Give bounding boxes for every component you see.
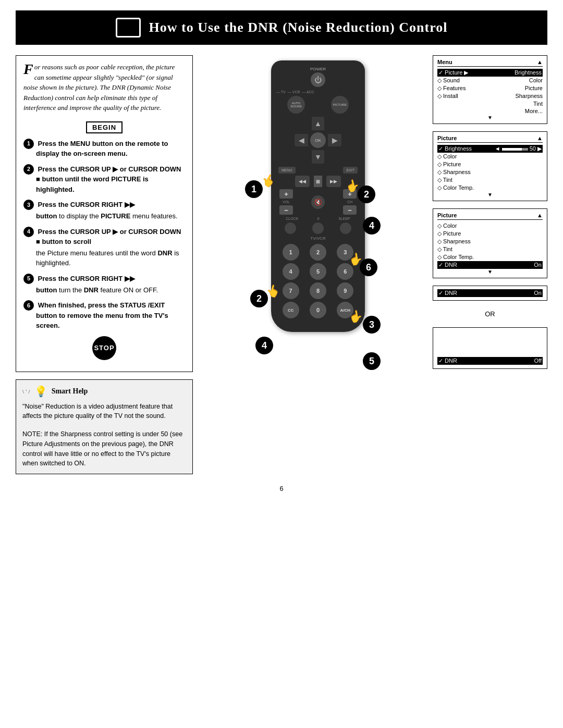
menu-screen-1: Menu▲ ✓ Picture ▶Brightness ◇ SoundColor…: [433, 55, 547, 124]
step-1-header: 1 Press the MENU button on the remote to…: [23, 139, 185, 159]
begin-badge: BEGIN: [86, 121, 123, 133]
timer-btn-row: [276, 223, 360, 234]
dpad-area: OK ▲ ▼ ◀ ▶: [295, 117, 341, 164]
drop-cap: F: [23, 62, 33, 77]
menu-item-features: ◇ FeaturesPicture: [437, 84, 543, 92]
step-4-text: Press the CURSOR UP ▶ or CURSOR DOWN ■ b…: [36, 227, 185, 247]
ch-down-button[interactable]: −: [343, 205, 357, 215]
step-5-body: button turn the DNR feature ON or OFF.: [36, 285, 185, 295]
focus-button[interactable]: OK: [310, 132, 326, 148]
menu-item-dnr-on: ✓ DNROn: [437, 261, 543, 269]
step-4-number: 4: [23, 227, 34, 237]
btn-4[interactable]: 4: [283, 263, 299, 280]
remote-body: POWER ⏻ — TV — VCR — ACC AUTOSOUND: [271, 60, 365, 332]
exit-button[interactable]: EXIT: [343, 167, 358, 174]
step-2-header: 2 Press the CURSOR UP ▶ or CURSOR DOWN ■…: [23, 164, 185, 195]
auto-sound-button[interactable]: AUTOSOUND: [287, 96, 305, 114]
center-panel: 1 2 4 2 4 6 3 5 👆 👆 👆 👆 👆 POWER ⏻: [203, 55, 422, 474]
timer-button[interactable]: [312, 223, 324, 234]
intro-box: For reasons such as poor cable reception…: [16, 55, 193, 372]
badge-2-top-right: 2: [358, 186, 375, 203]
menu-item-sharpness: ◇ Sharpness: [437, 168, 543, 176]
timer-label: II: [317, 217, 320, 220]
dnr-on-item: ✓ DNR On: [437, 289, 543, 297]
volume-control: + VOL −: [279, 189, 293, 215]
sleep-button[interactable]: [340, 223, 351, 234]
step-1-text: Press the MENU button on the remote to d…: [36, 139, 185, 159]
menu-item-brightness-selected: ✓ Brightness ◄ 50 ▶: [437, 145, 543, 153]
vol-ch-area: + VOL − 🔇 + CH −: [279, 189, 357, 215]
scroll-indicator-3: ▼: [437, 269, 543, 275]
badge-6: 6: [360, 258, 377, 276]
intro-text: For reasons such as poor cable reception…: [23, 62, 185, 113]
vol-down-button[interactable]: −: [279, 205, 293, 215]
btn-9[interactable]: 9: [337, 282, 353, 299]
tv-label: — TV: [276, 90, 286, 94]
badge-5: 5: [363, 352, 381, 370]
btn-1[interactable]: 1: [283, 244, 299, 261]
step-1: 1 Press the MENU button on the remote to…: [23, 139, 185, 159]
menu-item-colortemp2: ◇ Color Temp.: [437, 253, 543, 261]
step-2-text: Press the CURSOR UP ▶ or CURSOR DOWN ■ b…: [36, 164, 185, 195]
step-2: 2 Press the CURSOR UP ▶ or CURSOR DOWN ■…: [23, 164, 185, 195]
sleep-label: SLEEP: [338, 217, 350, 220]
step-5-text: Press the CURSOR RIGHT ▶▶: [36, 274, 135, 284]
menu-item-tint: Tint: [437, 100, 543, 107]
menu-item-tint3: ◇ Tint: [437, 245, 543, 253]
btn-7[interactable]: 7: [283, 282, 299, 299]
clock-button[interactable]: [285, 223, 296, 234]
menu-screen-3: Picture▲ ◇ Color ◇ Picture ◇ Sharpness ◇…: [433, 208, 547, 278]
step-3-text: Press the CURSOR RIGHT ▶▶: [36, 200, 135, 210]
bulb-icon: 💡: [34, 385, 47, 398]
badge-3-right: 3: [363, 316, 381, 334]
mute-button[interactable]: 🔇: [311, 195, 325, 209]
dnr-off-mini: ✓ DNR Off: [433, 327, 547, 369]
scroll-indicator-1: ▼: [437, 115, 543, 120]
step-6-number: 6: [23, 300, 34, 311]
cursor-up-button[interactable]: ▲: [312, 117, 324, 130]
smart-help-text-2: NOTE: If the Sharpness control setting i…: [22, 429, 186, 468]
top-func-row: AUTOSOUND PICTURE: [276, 96, 360, 114]
remote-control: POWER ⏻ — TV — VCR — ACC AUTOSOUND: [271, 60, 354, 332]
stop-badge-area: STOP: [23, 336, 185, 360]
btn-5[interactable]: 5: [310, 263, 326, 280]
right-panel: Menu▲ ✓ Picture ▶Brightness ◇ SoundColor…: [433, 55, 547, 474]
badge-4-bottom: 4: [255, 337, 273, 354]
vcr-label: — VCR: [288, 90, 300, 94]
btn-2[interactable]: 2: [310, 244, 326, 261]
menu-screen-3-title: Picture▲: [437, 212, 543, 220]
dnr-on-mini: ✓ DNR On: [433, 286, 547, 301]
power-button[interactable]: ⏻: [311, 72, 325, 87]
menu-item-more: More...: [437, 107, 543, 115]
menu-item-color: ◇ Color: [437, 153, 543, 161]
smart-help-title: \ ' / 💡 Smart Help: [22, 385, 186, 398]
rewind-button[interactable]: ◀◀: [295, 176, 310, 187]
menu-exit-row: MENU EXIT: [278, 167, 358, 174]
cursor-right-button[interactable]: ▶: [328, 134, 341, 146]
picture-button[interactable]: PICTURE: [331, 96, 349, 114]
badge-1-left: 1: [245, 180, 263, 198]
acc-label: — ACC: [302, 90, 314, 94]
menu-item-install: ◇ InstallSharpness: [437, 92, 543, 100]
stop-button[interactable]: ■: [314, 176, 322, 187]
step-6-text: When finished, press the STATUS /EXIT bu…: [36, 300, 185, 331]
step-2-number: 2: [23, 164, 34, 175]
btn-8[interactable]: 8: [310, 282, 326, 299]
step-5-header: 5 Press the CURSOR RIGHT ▶▶: [23, 274, 185, 284]
or-label: OR: [433, 310, 547, 318]
ff-button[interactable]: ▶▶: [326, 176, 341, 187]
menu-screen-2-title: Picture▲: [437, 135, 543, 143]
tv-icon: [116, 18, 141, 38]
page-title: How to Use the DNR (Noise Reduction) Con…: [149, 20, 448, 35]
btn-cc[interactable]: CC: [283, 302, 299, 318]
btn-0[interactable]: 0: [310, 302, 326, 318]
cursor-down-button[interactable]: ▼: [312, 150, 324, 164]
step-5-number: 5: [23, 274, 34, 284]
step-3-body: button to display the PICTURE menu featu…: [36, 211, 185, 221]
menu-button[interactable]: MENU: [278, 167, 296, 174]
step-4: 4 Press the CURSOR UP ▶ or CURSOR DOWN ■…: [23, 227, 185, 268]
timer-row: CLOCK II SLEEP: [276, 217, 360, 220]
cursor-left-button[interactable]: ◀: [295, 134, 308, 146]
vol-up-button[interactable]: +: [279, 189, 293, 199]
menu-item-sound: ◇ SoundColor: [437, 77, 543, 84]
